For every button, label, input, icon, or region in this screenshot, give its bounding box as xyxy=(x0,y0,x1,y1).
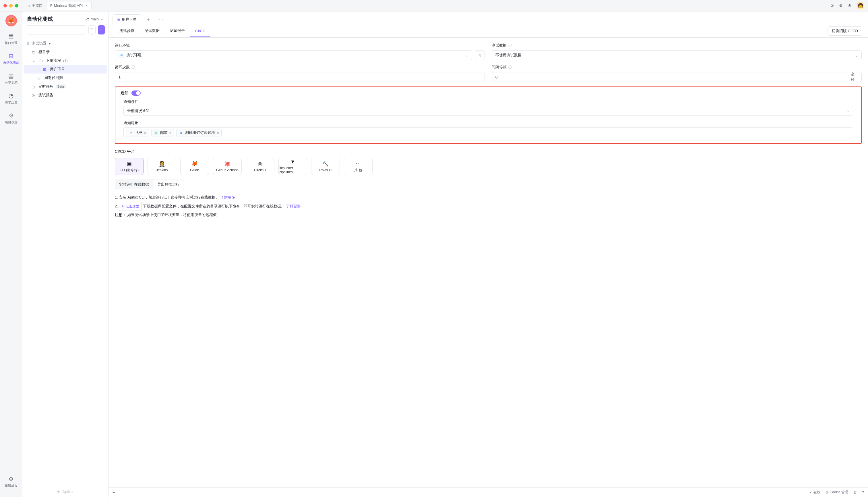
remove-chip-icon[interactable]: × xyxy=(144,131,146,135)
branch-selector[interactable]: ⎇ main ⌄ xyxy=(85,17,104,21)
window-maximize-button[interactable] xyxy=(15,4,18,8)
add-button[interactable]: ＋ xyxy=(98,25,105,34)
main-window-tab[interactable]: ⌂ 主窗口 xyxy=(24,1,46,10)
notify-target-label: 通知对象 xyxy=(123,120,853,126)
plus-icon: ＋ xyxy=(99,27,103,32)
refresh-icon[interactable]: ⟳ xyxy=(831,3,834,8)
loop-count-input[interactable] xyxy=(115,72,485,82)
brand-footer: ❀ Apifox xyxy=(23,487,108,497)
chevron-down-icon: ⌄ xyxy=(101,17,104,21)
test-data-select[interactable]: 不使用测试数据 ⌄ xyxy=(492,50,862,60)
theme-toggle[interactable]: 👕︎ xyxy=(853,491,857,494)
tree-user-order[interactable]: ⊞ 用户下单 xyxy=(24,65,107,73)
rail-project-settings[interactable]: ⚙ 项目设置 xyxy=(0,111,22,126)
note-label: 注意： xyxy=(115,213,126,217)
user-avatar[interactable]: 🧑 xyxy=(856,2,865,10)
cookie-icon: ◶ xyxy=(825,491,828,494)
platform-icon: 🤵 xyxy=(159,160,165,167)
platform-card[interactable]: ◎CircleCI xyxy=(246,158,275,175)
learn-more-link-2[interactable]: 了解更多 xyxy=(286,204,301,208)
info-icon: ⓘ xyxy=(508,43,512,48)
collapse-icon: ⇤ xyxy=(113,491,115,494)
rail-request-history[interactable]: ◔ 请求历史 xyxy=(0,91,22,106)
collapse-button[interactable]: ⇤ xyxy=(113,491,115,494)
tree-test-reports[interactable]: ◶ 测试报告 xyxy=(24,91,107,99)
subtab-steps[interactable]: 测试步骤 xyxy=(114,25,139,37)
bell-icon[interactable]: 🔔︎ xyxy=(848,3,851,8)
window-minimize-button[interactable] xyxy=(9,4,13,8)
pill-export[interactable]: 导出数据运行 xyxy=(153,180,184,189)
loop-count-label: 循环次数 xyxy=(115,65,130,70)
platform-card[interactable]: 🦊Gitlab xyxy=(180,158,209,175)
rail-share-docs[interactable]: ▤ 分享文档 xyxy=(0,71,22,86)
tree-order-flow[interactable]: ⌄ 🗀 下单流程 (1) xyxy=(24,56,107,65)
navigation-rail: 🦊 ▤ 接口管理 ⊟ 自动化测试 ▤ 分享文档 ◔ 请求历史 ⚙ 项目设置 xyxy=(0,12,23,497)
remove-chip-icon[interactable]: × xyxy=(170,131,172,135)
rail-label: 请求历史 xyxy=(5,100,17,104)
notify-toggle[interactable] xyxy=(131,90,141,96)
interval-input[interactable] xyxy=(492,72,847,82)
platform-card[interactable]: ⋯其 他 xyxy=(344,158,372,175)
platform-icon: 🔨 xyxy=(322,160,329,167)
rail-api-management[interactable]: ▤ 接口管理 xyxy=(0,32,22,46)
tree-root-dir[interactable]: 🗀 根目录 xyxy=(24,48,107,56)
platform-card[interactable]: ▼Bitbucket Pipelines xyxy=(278,158,307,175)
platform-icon: ⋯ xyxy=(356,160,361,167)
remove-chip-icon[interactable]: × xyxy=(217,131,219,135)
platform-icon: ▼ xyxy=(290,159,295,165)
rail-invite-members[interactable]: ⊕ 邀请成员 xyxy=(0,474,22,489)
cookie-manager[interactable]: ◶Cookie 管理 xyxy=(825,490,849,495)
search-input[interactable] xyxy=(26,25,86,34)
chevron-down-icon: ⌄ xyxy=(32,59,37,63)
test-data-label: 测试数据 xyxy=(492,43,506,48)
environment-select[interactable]: 测 测试环境 ⌄ xyxy=(115,50,472,60)
tree-group-scenarios[interactable]: ⎚ 测试场景 ▾ xyxy=(24,39,107,48)
subtab-cicd[interactable]: CI/CD xyxy=(190,25,210,37)
subtab-report[interactable]: 测试报告 xyxy=(165,25,190,37)
project-tab[interactable]: ⎘ Medusa 商城 API × xyxy=(46,1,91,10)
subtab-data[interactable]: 测试数据 xyxy=(139,25,165,37)
titlebar: ⌂ 主窗口 ⎘ Medusa 商城 API × ⟳ ⚙ 🔔︎ 🧑 xyxy=(0,0,868,12)
download-config-button[interactable]: ⬇ 点击这里 xyxy=(119,202,142,211)
platform-card[interactable]: ▣CLI (命令行) xyxy=(115,158,144,175)
online-status[interactable]: ✓在线 xyxy=(809,490,820,495)
beta-badge: Beta xyxy=(56,84,66,88)
step2-text: 下载数据库配置文件，在配置文件所在的目录运行以下命令，即可实时运行在线数据。 xyxy=(143,204,285,208)
tree-weekly-regression[interactable]: ⊞ 周迭代回归 xyxy=(24,73,107,82)
platform-card[interactable]: 🔨Travis CI xyxy=(311,158,340,175)
tab-more-button[interactable]: ⋯ xyxy=(156,15,166,24)
content-tab-user-order[interactable]: ⊞ 用户下单 xyxy=(113,14,141,25)
close-icon[interactable]: × xyxy=(86,3,88,8)
notify-condition-select[interactable]: 全部情况通知 ⌄ xyxy=(123,106,853,116)
notify-target-input[interactable]: ✈ 飞书 × ✉ 邮箱 × ◆ 测试组钉钉通知群 xyxy=(123,127,853,138)
shirt-icon: 👕︎ xyxy=(853,491,857,494)
window-close-button[interactable] xyxy=(3,4,7,8)
caret-icon: ▾ xyxy=(49,41,51,46)
app-logo[interactable]: 🦊 xyxy=(5,15,17,26)
cicd-section-title: CI/CD 平台 xyxy=(115,149,862,154)
settings-icon[interactable]: ⚙ xyxy=(839,3,842,8)
add-tab-button[interactable]: ＋ xyxy=(143,15,153,25)
notify-title: 通知 xyxy=(120,90,129,96)
main-window-label: 主窗口 xyxy=(32,3,43,8)
invite-icon: ⊕ xyxy=(9,475,14,482)
scenario-icon: ⊞ xyxy=(43,67,48,72)
step1-text: 1. 安装 Apifox CLI，然后运行以下命令即可实时运行在线数据。 xyxy=(115,195,219,199)
tree-scheduled-tasks[interactable]: ◷ 定时任务 Beta xyxy=(24,82,107,91)
rail-automated-testing[interactable]: ⊟ 自动化测试 xyxy=(0,52,22,66)
tree-label: 用户下单 xyxy=(50,67,65,72)
gear-icon: ⚙ xyxy=(9,112,14,119)
download-icon: ⬇ xyxy=(121,202,124,210)
help-button[interactable]: ? xyxy=(862,491,864,494)
interval-unit: 毫秒 xyxy=(847,72,862,82)
pill-realtime[interactable]: 实时运行在线数据 xyxy=(115,180,153,189)
swap-button[interactable]: ⇆ xyxy=(475,50,485,60)
platform-card[interactable]: 🐙Github Actions xyxy=(213,158,242,175)
filter-button[interactable]: ☰ xyxy=(88,25,95,34)
switch-old-cicd-button[interactable]: 切换旧版 CI/CD xyxy=(827,26,862,36)
platform-card[interactable]: 🤵Jenkins xyxy=(148,158,176,175)
report-icon: ◶ xyxy=(32,93,36,97)
sidebar: 自动化测试 ⎇ main ⌄ 🔍︎ ☰ ＋ ⎚ 测试场景 xyxy=(23,12,108,497)
scenario-icon: ⊞ xyxy=(117,17,120,22)
learn-more-link-1[interactable]: 了解更多 xyxy=(220,195,235,199)
